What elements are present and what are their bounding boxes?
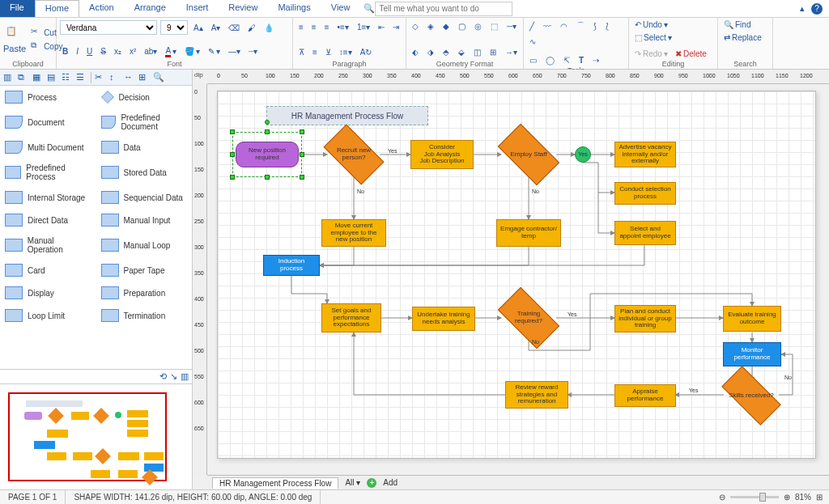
undo-button[interactable]: ↶Undo ▾ <box>632 19 670 30</box>
strike-button[interactable]: S <box>98 46 108 57</box>
geom-btn-3[interactable]: ◆ <box>440 21 452 32</box>
subscript-button[interactable]: x₂ <box>112 46 124 57</box>
shape-item-document[interactable]: Document <box>0 108 96 136</box>
st-icon-1[interactable]: ▥ <box>3 72 15 83</box>
menu-tab-action[interactable]: Action <box>79 0 125 17</box>
shape-item-direct-data[interactable]: Direct Data <box>0 209 96 231</box>
underline-button[interactable]: U <box>84 46 95 57</box>
shape-item-sequencial-data[interactable]: Sequencial Data <box>96 186 193 209</box>
node-engage-contractor[interactable]: Emgage contractor/ temp <box>496 219 561 247</box>
node-select-appoint[interactable]: Select and appoint employee <box>614 221 676 245</box>
shape-item-predefined-process[interactable]: Predefined Process <box>0 159 96 186</box>
line-color-button[interactable]: ✎▾ <box>206 46 223 57</box>
shape-item-preparation[interactable]: Preparation <box>96 282 193 304</box>
st-icon-5[interactable]: ☷ <box>62 72 73 83</box>
line-style-button[interactable]: —▾ <box>226 46 243 57</box>
menu-tab-view[interactable]: View <box>321 0 361 17</box>
increase-font-button[interactable]: A▴ <box>191 23 206 33</box>
node-plan-training[interactable]: Plan and conduct individual or group tra… <box>614 305 676 332</box>
tool-connector[interactable]: ⇢ <box>590 55 602 66</box>
replace-button[interactable]: ⇄Replace <box>721 32 764 43</box>
menu-tab-review[interactable]: Review <box>219 0 268 17</box>
page-preview[interactable] <box>0 383 192 489</box>
node-advertise[interactable]: Advertise vacancy internally and/or exte… <box>614 142 676 167</box>
drawing-page[interactable]: HR Management Process Flow <box>217 91 816 459</box>
st-icon-2[interactable]: ⧉ <box>18 72 29 83</box>
superscript-button[interactable]: x² <box>127 46 138 57</box>
st-icon-3[interactable]: ▦ <box>32 72 44 83</box>
footer-icon-3[interactable]: ▥ <box>181 371 189 382</box>
indent-dec-button[interactable]: ⇤ <box>376 22 387 32</box>
geom-btn-8[interactable]: ⬗ <box>425 47 436 57</box>
tool-arc2[interactable]: ⌒ <box>574 19 587 32</box>
tool-curve[interactable]: 〰 <box>541 21 554 32</box>
tool-ellipse[interactable]: ◯ <box>543 55 557 66</box>
shape-item-manual-loop[interactable]: Manual Loop <box>96 231 193 259</box>
text-direction-button[interactable]: A↻ <box>358 47 375 57</box>
align-middle-button[interactable]: ≡ <box>310 47 320 57</box>
menu-tab-insert[interactable]: Insert <box>176 0 219 17</box>
menu-file[interactable]: File <box>0 0 35 17</box>
geom-btn-9[interactable]: ⬘ <box>440 47 452 57</box>
node-yes-circle[interactable]: Yes <box>575 146 591 163</box>
node-training-required[interactable]: Training required? <box>501 302 556 334</box>
delete-button[interactable]: ✖Delete <box>673 49 709 59</box>
geom-btn-10[interactable]: ⬙ <box>456 47 467 57</box>
tool-line[interactable]: ╱ <box>527 21 537 32</box>
menu-tab-mailings[interactable]: Mailings <box>268 0 321 17</box>
shape-item-decision[interactable]: Decision <box>96 86 193 108</box>
shape-item-multi-document[interactable]: Multi Document <box>0 136 96 159</box>
shape-item-predefined-document[interactable]: Predefined Document <box>96 108 193 136</box>
node-skills-received[interactable]: Skills received? <box>724 381 779 410</box>
geom-btn-11[interactable]: ◫ <box>471 47 483 57</box>
decrease-font-button[interactable]: A▾ <box>209 23 223 33</box>
find-button[interactable]: 🔍Find <box>721 19 753 30</box>
shape-item-internal-storage[interactable]: Internal Storage <box>0 186 96 209</box>
bullets-button[interactable]: •≡▾ <box>335 22 351 32</box>
eyedropper-button[interactable]: 💧 <box>261 23 276 33</box>
tool-rect[interactable]: ▭ <box>527 55 539 66</box>
help-icon[interactable]: ? <box>811 3 823 15</box>
tool-arc3[interactable]: ⟆ <box>591 21 599 32</box>
tell-me-input[interactable] <box>375 2 512 16</box>
align-bottom-button[interactable]: ⊻ <box>323 47 334 57</box>
font-color-button[interactable]: A▾ <box>163 45 179 58</box>
shape-item-termination[interactable]: Termination <box>96 304 193 327</box>
align-right-button[interactable]: ≡ <box>322 22 332 32</box>
paste-button[interactable]: 📋 Paste <box>3 26 26 53</box>
node-monitor[interactable]: Monitor performance <box>723 342 781 366</box>
geom-arrow-button[interactable]: →▾ <box>503 47 520 57</box>
menu-tab-arrange[interactable]: Arrange <box>125 0 176 17</box>
line-spacing-button[interactable]: ↕≡▾ <box>337 47 355 57</box>
font-size-select[interactable]: 9 <box>160 20 188 35</box>
shape-item-manual-input[interactable]: Manual Input <box>96 209 193 231</box>
shape-item-manual-operation[interactable]: Manual Operation <box>0 231 96 259</box>
node-induction[interactable]: Induction process <box>263 255 320 276</box>
tool-pointer[interactable]: ↸ <box>561 55 572 66</box>
geom-btn-7[interactable]: ⬖ <box>410 47 421 57</box>
st-icon-9[interactable]: ↔ <box>124 72 135 83</box>
tool-free[interactable]: ∿ <box>527 36 538 47</box>
sheet-tab-all[interactable]: All ▾ <box>345 478 360 487</box>
tool-text[interactable]: T <box>576 55 586 66</box>
geom-btn-1[interactable]: ◇ <box>410 21 421 32</box>
sheet-tab-active[interactable]: HR Management Process Flow <box>212 477 338 489</box>
add-sheet-icon[interactable]: + <box>367 478 376 488</box>
footer-icon-2[interactable]: ↘ <box>170 371 177 382</box>
highlight-button[interactable]: ab▾ <box>142 46 159 57</box>
node-consider[interactable]: Consider Job Analysis Job Description <box>410 140 474 169</box>
geom-btn-12[interactable]: ⊞ <box>487 47 499 57</box>
numbering-button[interactable]: 1≡▾ <box>355 22 372 32</box>
minimize-icon[interactable]: ▴ <box>800 3 805 14</box>
align-left-button[interactable]: ≡ <box>296 22 306 32</box>
tell-me-search[interactable]: 🔍 <box>363 0 512 17</box>
node-set-goals[interactable]: Set goals and performance expectations <box>321 303 381 332</box>
format-painter-button[interactable]: 🖌 <box>245 23 258 33</box>
tool-arc4[interactable]: ⟅ <box>603 21 611 32</box>
shape-item-stored-data[interactable]: Stored Data <box>96 159 193 186</box>
zoom-out-button[interactable]: ⊖ <box>719 493 725 502</box>
node-training-needs[interactable]: Undertake training needs analysis <box>412 307 475 331</box>
node-new-position[interactable]: New position required <box>236 142 299 167</box>
geom-btn-2[interactable]: ◈ <box>425 21 436 32</box>
node-move-employee[interactable]: Move current employee to the new positio… <box>321 219 386 247</box>
